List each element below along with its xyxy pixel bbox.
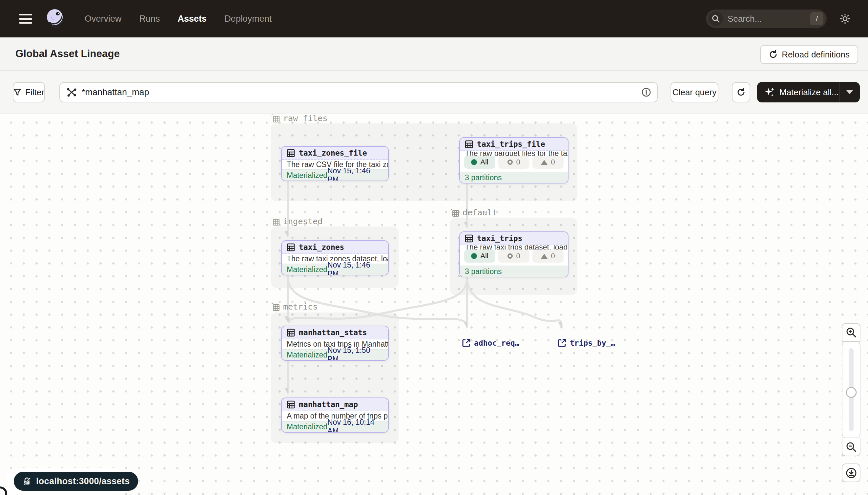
group-label-raw-files[interactable]: raw_files (271, 114, 327, 123)
green-dot-icon (471, 253, 477, 259)
triangle-icon (541, 160, 548, 165)
asset-title: taxi_trips (477, 234, 522, 243)
external-link-icon (558, 338, 567, 347)
materialized-timestamp[interactable]: Nov 15, 1:46 PM (327, 261, 383, 275)
asset-node-taxi-trips-file[interactable]: taxi_trips_file The raw parquet files fo… (459, 137, 568, 184)
page-header: Global Asset Lineage Reload definitions (0, 37, 868, 71)
lineage-canvas[interactable]: raw_files ingested default metrics taxi_… (0, 114, 868, 495)
download-image-button[interactable] (842, 463, 861, 482)
lineage-toolbar: Filter *manhattan_map Clear query (0, 71, 868, 114)
materialize-label: Materialize all... (779, 87, 839, 98)
ring-icon (508, 253, 513, 259)
group-label-ingested[interactable]: ingested (271, 217, 322, 226)
asset-description: The raw parquet files for the taxi trips… (460, 151, 568, 156)
zoom-slider-track[interactable] (849, 348, 854, 431)
partition-pill-all[interactable]: All (464, 250, 495, 262)
partition-pill-failed[interactable]: 0 (532, 250, 564, 262)
sparkle-icon (764, 87, 776, 98)
url-text: localhost:3000/assets (36, 476, 129, 487)
table-icon (287, 400, 295, 409)
group-label-metrics[interactable]: metrics (271, 302, 318, 311)
zoom-in-button[interactable] (842, 323, 861, 342)
asset-title: manhattan_map (299, 400, 358, 409)
nav-item-assets[interactable]: Assets (178, 14, 207, 24)
main-nav: Overview Runs Assets Deployment (85, 14, 272, 24)
asset-title: taxi_trips_file (477, 140, 545, 148)
nav-item-runs[interactable]: Runs (139, 14, 160, 24)
search-icon (709, 12, 723, 26)
asset-node-taxi-zones-file[interactable]: taxi_zones_file The raw CSV file for the… (281, 146, 389, 181)
zoom-out-icon (846, 442, 857, 453)
table-icon (287, 328, 295, 337)
page-title: Global Asset Lineage (15, 48, 120, 60)
clear-query-button[interactable]: Clear query (671, 82, 719, 102)
triangle-icon (541, 254, 548, 259)
asset-title: manhattan_stats (299, 328, 367, 337)
zoom-in-icon (846, 327, 857, 338)
refresh-icon (737, 88, 746, 97)
partitions-count[interactable]: 3 partitions (465, 173, 502, 182)
funnel-icon (14, 88, 21, 96)
dagster-logo[interactable] (45, 8, 66, 30)
table-icon (465, 234, 473, 243)
query-value: *manhattan_map (82, 87, 641, 98)
external-asset-link-trips-by[interactable]: trips_by_… (558, 338, 615, 347)
reload-label: Reload definitions (782, 50, 850, 60)
asset-title: taxi_zones_file (299, 149, 367, 157)
green-dot-icon (471, 159, 477, 165)
table-icon (465, 140, 473, 148)
refresh-graph-button[interactable] (732, 82, 750, 102)
status-badge: Materialized (287, 171, 327, 180)
materialize-all-button[interactable]: Materialize all... (757, 82, 860, 102)
table-icon (287, 149, 295, 157)
partition-pill-failed[interactable]: 0 (532, 156, 564, 169)
asset-node-manhattan-map[interactable]: manhattan_map A map of the number of tri… (281, 397, 389, 433)
nav-item-deployment[interactable]: Deployment (224, 14, 272, 24)
asset-title: taxi_zones (299, 243, 344, 252)
partition-pill-missing[interactable]: 0 (498, 250, 529, 262)
status-badge: Materialized (287, 351, 327, 359)
partition-pill-all[interactable]: All (464, 156, 495, 169)
hamburger-menu-icon[interactable] (19, 14, 32, 24)
zoom-out-button[interactable] (842, 438, 861, 456)
asset-node-taxi-trips[interactable]: taxi_trips The raw taxi trips dataset, l… (459, 232, 568, 277)
chevron-down-icon (846, 90, 853, 94)
settings-gear-icon[interactable] (835, 9, 855, 29)
group-icon (451, 208, 459, 217)
asset-query-input[interactable]: *manhattan_map (59, 82, 658, 102)
external-asset-link-adhoc-request[interactable]: adhoc_req… (462, 338, 519, 347)
group-icon (271, 303, 280, 311)
group-icon (271, 114, 280, 123)
asset-node-manhattan-stats[interactable]: manhattan_stats Metrics on taxi trips in… (281, 326, 389, 361)
search-placeholder: Search... (728, 14, 810, 24)
filter-button[interactable]: Filter (13, 82, 45, 102)
group-icon (271, 217, 280, 226)
zoom-slider-thumb[interactable] (846, 387, 856, 398)
search-input[interactable]: Search... / (706, 10, 827, 28)
reload-icon (768, 50, 778, 59)
download-icon (845, 467, 857, 479)
asset-node-taxi-zones[interactable]: taxi_zones The raw taxi zones dataset, l… (281, 240, 389, 275)
partitions-count[interactable]: 3 partitions (465, 267, 502, 276)
table-icon (287, 243, 295, 252)
partition-health-row: All 0 0 (460, 156, 568, 172)
group-label-default[interactable]: default (451, 208, 497, 217)
top-navbar: Overview Runs Assets Deployment Search..… (0, 0, 868, 37)
materialized-timestamp[interactable]: Nov 15, 1:50 PM (327, 346, 383, 361)
materialized-timestamp[interactable]: Nov 16, 10:14 AM (327, 418, 383, 433)
nav-item-overview[interactable]: Overview (85, 14, 122, 24)
asset-description: The raw taxi trips dataset, loaded into … (460, 245, 568, 250)
query-info-icon[interactable] (641, 87, 651, 97)
partition-pill-missing[interactable]: 0 (498, 156, 529, 169)
ring-icon (508, 159, 513, 165)
clear-query-label: Clear query (672, 87, 716, 98)
url-badge: localhost:3000/assets (14, 472, 138, 491)
partition-health-row: All 0 0 (460, 250, 568, 266)
materialized-timestamp[interactable]: Nov 15, 1:46 PM (327, 167, 383, 181)
materialize-dropdown-toggle[interactable] (839, 82, 860, 102)
zoom-slider[interactable] (842, 342, 861, 438)
insecure-lock-icon (22, 477, 32, 486)
reload-definitions-button[interactable]: Reload definitions (760, 45, 858, 64)
status-badge: Materialized (287, 265, 327, 274)
status-badge: Materialized (287, 423, 327, 431)
